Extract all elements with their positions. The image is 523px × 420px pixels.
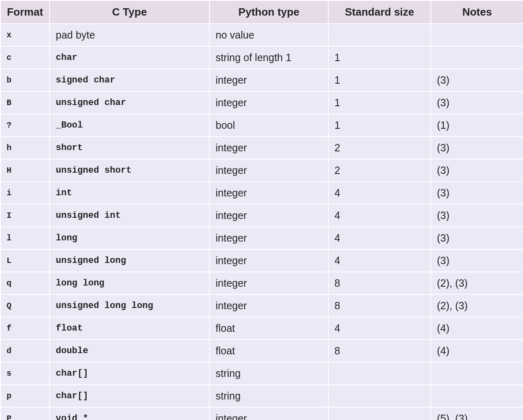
- cell-size: [328, 24, 431, 46]
- table-row: Pvoid *integer(5), (3): [0, 407, 523, 420]
- cell-size: 2: [328, 137, 431, 159]
- cell-ptype: float: [209, 340, 328, 362]
- cell-ctype: long: [50, 227, 209, 249]
- table-row: xpad byteno value: [0, 24, 523, 46]
- header-ctype: C Type: [50, 0, 209, 24]
- cell-ptype: integer: [209, 159, 328, 182]
- cell-format: q: [0, 272, 50, 294]
- cell-notes: (3): [431, 91, 523, 114]
- cell-format: f: [0, 317, 50, 340]
- cell-ctype: char[]: [50, 385, 209, 407]
- cell-ctype: float: [50, 317, 209, 340]
- cell-size: 1: [328, 91, 431, 114]
- cell-format: d: [0, 340, 50, 362]
- table-row: ddoublefloat8(4): [0, 340, 523, 362]
- cell-ctype: long long: [50, 272, 209, 294]
- cell-ctype: char: [50, 46, 209, 69]
- cell-ptype: integer: [209, 91, 328, 114]
- cell-ctype: unsigned char: [50, 91, 209, 114]
- header-size: Standard size: [328, 0, 431, 24]
- cell-size: 1: [328, 46, 431, 69]
- cell-notes: (3): [431, 249, 523, 272]
- cell-size: 4: [328, 227, 431, 249]
- cell-size: 4: [328, 182, 431, 204]
- cell-notes: [431, 362, 523, 385]
- cell-format: Q: [0, 294, 50, 317]
- cell-size: 8: [328, 272, 431, 294]
- cell-format: I: [0, 204, 50, 227]
- cell-format: i: [0, 182, 50, 204]
- table-row: bsigned charinteger1(3): [0, 69, 523, 91]
- cell-size: 8: [328, 340, 431, 362]
- table-row: Bunsigned charinteger1(3): [0, 91, 523, 114]
- cell-size: 4: [328, 249, 431, 272]
- format-table: Format C Type Python type Standard size …: [0, 0, 523, 420]
- cell-notes: (2), (3): [431, 272, 523, 294]
- table-row: ?_Boolbool1(1): [0, 114, 523, 137]
- cell-size: 2: [328, 159, 431, 182]
- cell-ptype: integer: [209, 137, 328, 159]
- cell-size: 4: [328, 204, 431, 227]
- cell-notes: (4): [431, 340, 523, 362]
- cell-ptype: integer: [209, 249, 328, 272]
- cell-format: p: [0, 385, 50, 407]
- cell-ptype: integer: [209, 69, 328, 91]
- table-row: iintinteger4(3): [0, 182, 523, 204]
- cell-format: ?: [0, 114, 50, 137]
- cell-ctype: int: [50, 182, 209, 204]
- cell-ctype: _Bool: [50, 114, 209, 137]
- cell-notes: (3): [431, 69, 523, 91]
- cell-notes: (2), (3): [431, 294, 523, 317]
- cell-format: H: [0, 159, 50, 182]
- cell-format: h: [0, 137, 50, 159]
- cell-format: P: [0, 407, 50, 420]
- cell-format: s: [0, 362, 50, 385]
- cell-ptype: integer: [209, 204, 328, 227]
- cell-notes: (3): [431, 159, 523, 182]
- cell-size: 8: [328, 294, 431, 317]
- cell-notes: (3): [431, 137, 523, 159]
- cell-ptype: integer: [209, 272, 328, 294]
- cell-ptype: string: [209, 385, 328, 407]
- cell-format: B: [0, 91, 50, 114]
- cell-ptype: bool: [209, 114, 328, 137]
- table-row: ccharstring of length 11: [0, 46, 523, 69]
- cell-ctype: unsigned long: [50, 249, 209, 272]
- cell-ctype: unsigned long long: [50, 294, 209, 317]
- cell-ctype: void *: [50, 407, 209, 420]
- table-row: hshortinteger2(3): [0, 137, 523, 159]
- cell-ptype: integer: [209, 227, 328, 249]
- cell-notes: [431, 385, 523, 407]
- header-notes: Notes: [431, 0, 523, 24]
- cell-notes: [431, 46, 523, 69]
- table-row: llonginteger4(3): [0, 227, 523, 249]
- cell-notes: (3): [431, 227, 523, 249]
- table-row: ffloatfloat4(4): [0, 317, 523, 340]
- cell-ctype: double: [50, 340, 209, 362]
- cell-size: 1: [328, 114, 431, 137]
- cell-size: [328, 362, 431, 385]
- cell-ptype: string of length 1: [209, 46, 328, 69]
- cell-format: x: [0, 24, 50, 46]
- cell-ctype: char[]: [50, 362, 209, 385]
- cell-format: L: [0, 249, 50, 272]
- table-row: schar[]string: [0, 362, 523, 385]
- cell-ctype: unsigned short: [50, 159, 209, 182]
- cell-format: l: [0, 227, 50, 249]
- cell-format: c: [0, 46, 50, 69]
- cell-ptype: no value: [209, 24, 328, 46]
- table-row: Lunsigned longinteger4(3): [0, 249, 523, 272]
- cell-notes: (1): [431, 114, 523, 137]
- header-format: Format: [0, 0, 50, 24]
- cell-notes: (4): [431, 317, 523, 340]
- cell-notes: (5), (3): [431, 407, 523, 420]
- table-row: qlong longinteger8(2), (3): [0, 272, 523, 294]
- cell-ptype: float: [209, 317, 328, 340]
- cell-ptype: string: [209, 362, 328, 385]
- cell-size: 1: [328, 69, 431, 91]
- cell-size: [328, 385, 431, 407]
- table-row: Iunsigned intinteger4(3): [0, 204, 523, 227]
- cell-ptype: integer: [209, 407, 328, 420]
- table-row: Qunsigned long longinteger8(2), (3): [0, 294, 523, 317]
- cell-ctype: pad byte: [50, 24, 209, 46]
